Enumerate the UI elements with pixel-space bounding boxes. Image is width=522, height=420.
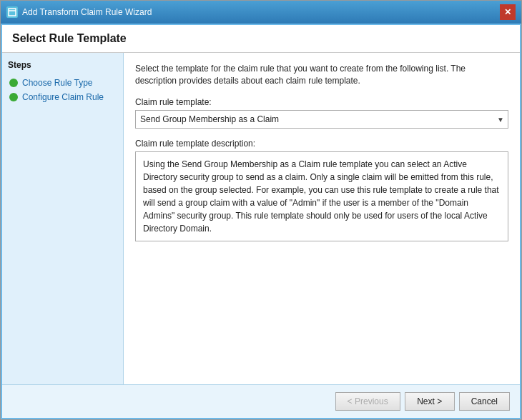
content-panel: Select the template for the claim rule t… <box>124 53 520 384</box>
sidebar: Steps Choose Rule Type Configure Claim R… <box>2 53 124 384</box>
template-field-label: Claim rule template: <box>135 97 508 107</box>
wizard-window: Add Transform Claim Rule Wizard ✕ Select… <box>0 0 522 420</box>
title-bar-left: Add Transform Claim Rule Wizard <box>6 6 152 18</box>
step-dot-1 <box>9 79 18 87</box>
sidebar-item-choose-rule-type[interactable]: Choose Rule Type <box>8 76 117 90</box>
sidebar-item-label-choose-rule-type: Choose Rule Type <box>22 78 93 88</box>
title-bar: Add Transform Claim Rule Wizard ✕ <box>1 1 521 24</box>
app-icon <box>6 6 18 18</box>
claim-rule-template-select[interactable]: Send Group Membership as a Claim Send LD… <box>135 110 508 129</box>
desc-field-label: Claim rule template description: <box>135 139 508 149</box>
main-area: Steps Choose Rule Type Configure Claim R… <box>2 53 520 384</box>
intro-description: Select the template for the claim rule t… <box>135 63 508 87</box>
steps-label: Steps <box>8 60 117 70</box>
next-button[interactable]: Next > <box>405 392 455 411</box>
wizard-footer: < Previous Next > Cancel <box>2 384 520 418</box>
template-select-wrapper: Send Group Membership as a Claim Send LD… <box>135 110 508 129</box>
sidebar-item-label-configure-claim-rule: Configure Claim Rule <box>22 92 104 102</box>
page-title: Select Rule Template <box>12 32 510 45</box>
window-title: Add Transform Claim Rule Wizard <box>22 7 152 17</box>
close-button[interactable]: ✕ <box>500 4 516 20</box>
sidebar-item-configure-claim-rule[interactable]: Configure Claim Rule <box>8 90 117 104</box>
svg-rect-0 <box>9 9 16 16</box>
page-header: Select Rule Template <box>2 25 520 53</box>
previous-button[interactable]: < Previous <box>335 392 400 411</box>
cancel-button[interactable]: Cancel <box>459 392 510 411</box>
step-dot-2 <box>9 93 18 101</box>
template-description-box: Using the Send Group Membership as a Cla… <box>135 151 508 241</box>
window-content: Select Rule Template Steps Choose Rule T… <box>1 24 521 419</box>
